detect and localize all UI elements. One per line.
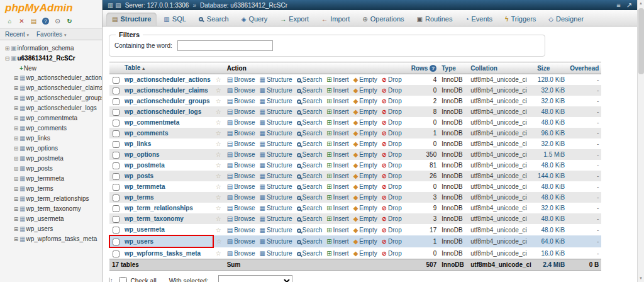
drop-action-link[interactable]: ⊘Drop: [382, 140, 402, 147]
tree-item-wp_postmeta[interactable]: ⊞▦wp_postmeta: [1, 154, 101, 164]
drop-action-link[interactable]: ⊘Drop: [382, 76, 402, 83]
drop-action-link[interactable]: ⊘Drop: [382, 215, 402, 222]
insert-action-link[interactable]: ⊞Insert: [326, 215, 348, 222]
row-checkbox[interactable]: [113, 87, 119, 94]
tab-import[interactable]: ←Import: [316, 13, 355, 26]
insert-action-link[interactable]: ⊞Insert: [326, 172, 348, 179]
browse-action-link[interactable]: ▤Browse: [227, 183, 255, 190]
tree-item-u638613412_RcSCr[interactable]: ⊟▣u638613412_RcSCr: [1, 54, 101, 64]
tab-operations[interactable]: ⊕Operations: [357, 13, 409, 26]
insert-action-link[interactable]: ⊞Insert: [326, 108, 348, 115]
browse-action-link[interactable]: ▤Browse: [227, 227, 255, 234]
row-checkbox[interactable]: [113, 205, 119, 212]
empty-action-link[interactable]: ◆Empty: [353, 108, 377, 115]
row-checkbox[interactable]: [113, 162, 119, 169]
tab-sql[interactable]: ▥SQL: [158, 13, 191, 26]
empty-action-link[interactable]: ◆Empty: [353, 215, 377, 222]
drop-action-link[interactable]: ⊘Drop: [382, 98, 402, 104]
tab-search[interactable]: Search: [193, 13, 235, 26]
structure-action-link[interactable]: ▦Structure: [260, 194, 292, 201]
insert-action-link[interactable]: ⊞Insert: [326, 194, 348, 201]
favorite-star-icon[interactable]: ☆: [216, 108, 221, 115]
table-name-link[interactable]: wp_posts: [125, 172, 153, 179]
empty-action-link[interactable]: ◆Empty: [353, 183, 377, 190]
drop-action-link[interactable]: ⊘Drop: [382, 205, 402, 212]
browse-action-link[interactable]: ▤Browse: [227, 98, 255, 104]
tree-item-wp_term_taxonomy[interactable]: ⊞▦wp_term_taxonomy: [1, 204, 101, 214]
tab-query[interactable]: ◈Query: [236, 13, 274, 26]
search-action-link[interactable]: Search: [297, 194, 323, 201]
insert-action-link[interactable]: ⊞Insert: [326, 119, 348, 126]
clear-session-icon[interactable]: ✕: [17, 16, 26, 26]
tree-expander-icon[interactable]: ⊞: [13, 154, 19, 164]
rows-help-icon[interactable]: ?: [430, 65, 436, 72]
insert-action-link[interactable]: ⊞Insert: [326, 227, 348, 234]
scrollbar-thumb[interactable]: [638, 8, 644, 74]
home-icon[interactable]: ⌂: [5, 16, 14, 26]
structure-action-link[interactable]: ▦Structure: [260, 172, 292, 179]
tree-item-wp_term_relationships[interactable]: ⊞▦wp_term_relationships: [1, 194, 101, 204]
header-collation[interactable]: Collation: [468, 62, 535, 74]
browse-action-link[interactable]: ▤Browse: [227, 87, 255, 94]
tree-expander-icon[interactable]: ⊞: [13, 195, 19, 204]
browse-action-link[interactable]: ▤Browse: [227, 194, 255, 201]
insert-action-link[interactable]: ⊞Insert: [326, 162, 348, 169]
header-type[interactable]: Type: [439, 62, 468, 74]
browse-action-link[interactable]: ▤Browse: [227, 205, 255, 212]
insert-action-link[interactable]: ⊞Insert: [326, 98, 348, 104]
sql-help-icon[interactable]: ?: [41, 16, 50, 26]
tree-item-information_schema[interactable]: ⊞▣information_schema: [1, 43, 101, 54]
tree-expander-icon[interactable]: ⊞: [13, 174, 19, 184]
empty-action-link[interactable]: ◆Empty: [353, 162, 377, 169]
drop-action-link[interactable]: ⊘Drop: [382, 151, 402, 158]
structure-action-link[interactable]: ▦Structure: [260, 238, 292, 245]
search-action-link[interactable]: Search: [297, 250, 323, 257]
tree-item-wp_terms[interactable]: ⊞▦wp_terms: [1, 184, 101, 194]
table-name-link[interactable]: wp_term_taxonomy: [125, 215, 184, 222]
tree-item-wp_comments[interactable]: ⊞▦wp_comments: [1, 123, 101, 133]
tree-item-wp_links[interactable]: ⊞▦wp_links: [1, 133, 101, 144]
preferences-icon[interactable]: ≡: [616, 2, 620, 9]
search-action-link[interactable]: Search: [297, 238, 323, 245]
row-checkbox[interactable]: [113, 227, 119, 234]
search-action-link[interactable]: Search: [297, 205, 323, 212]
favorite-star-icon[interactable]: ☆: [216, 215, 221, 222]
table-name-link[interactable]: wp_postmeta: [125, 162, 165, 169]
browse-action-link[interactable]: ▤Browse: [227, 119, 255, 126]
empty-action-link[interactable]: ◆Empty: [353, 250, 377, 257]
table-name-link[interactable]: wp_actionscheduler_claims: [125, 87, 208, 94]
browse-action-link[interactable]: ▤Browse: [227, 108, 255, 115]
tree-expander-icon[interactable]: ⊞: [13, 205, 19, 214]
header-table[interactable]: Table ▴: [122, 62, 213, 74]
drop-action-link[interactable]: ⊘Drop: [382, 108, 402, 115]
search-action-link[interactable]: Search: [297, 172, 323, 179]
insert-action-link[interactable]: ⊞Insert: [326, 151, 348, 158]
tree-expander-icon[interactable]: ⊞: [13, 144, 19, 154]
row-checkbox[interactable]: [113, 251, 119, 257]
favorite-star-icon[interactable]: ☆: [216, 98, 221, 104]
favorite-star-icon[interactable]: ☆: [216, 183, 221, 190]
empty-action-link[interactable]: ◆Empty: [353, 205, 377, 212]
tree-item-wp_posts[interactable]: ⊞▦wp_posts: [1, 164, 101, 174]
sidebar-tab-recent[interactable]: Recent ▾: [5, 31, 29, 38]
tab-events[interactable]: ◔Events: [459, 13, 498, 26]
search-action-link[interactable]: Search: [297, 183, 323, 190]
table-name-link[interactable]: wp_termmeta: [125, 183, 165, 190]
structure-action-link[interactable]: ▦Structure: [260, 227, 292, 234]
search-action-link[interactable]: Search: [297, 130, 323, 137]
tree-item-wp_actionscheduler_logs[interactable]: ⊞▦wp_actionscheduler_logs: [1, 103, 101, 113]
breadcrumb-server[interactable]: Server: 127.0.0.1:3306: [125, 2, 189, 9]
empty-action-link[interactable]: ◆Empty: [353, 119, 377, 126]
tree-expander-icon[interactable]: ⊞: [13, 164, 19, 174]
row-checkbox[interactable]: [113, 152, 119, 159]
insert-action-link[interactable]: ⊞Insert: [326, 183, 348, 190]
with-selected-select[interactable]: [218, 275, 292, 282]
docs-icon[interactable]: ▤: [29, 16, 38, 26]
drop-action-link[interactable]: ⊘Drop: [382, 238, 402, 245]
tree-item-wp_actionscheduler_groups[interactable]: ⊞▦wp_actionscheduler_groups: [1, 93, 101, 103]
favorite-star-icon[interactable]: ☆: [216, 151, 221, 158]
empty-action-link[interactable]: ◆Empty: [353, 76, 377, 83]
browse-action-link[interactable]: ▤Browse: [227, 130, 255, 137]
tree-expander-icon[interactable]: ⊞: [13, 114, 19, 123]
header-overhead[interactable]: Overhead: [567, 62, 601, 74]
